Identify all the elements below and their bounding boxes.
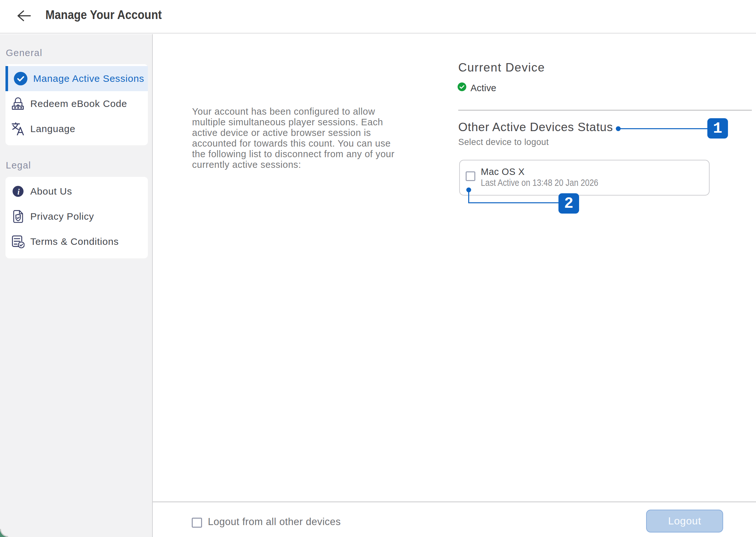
svg-text:i: i (18, 187, 20, 196)
